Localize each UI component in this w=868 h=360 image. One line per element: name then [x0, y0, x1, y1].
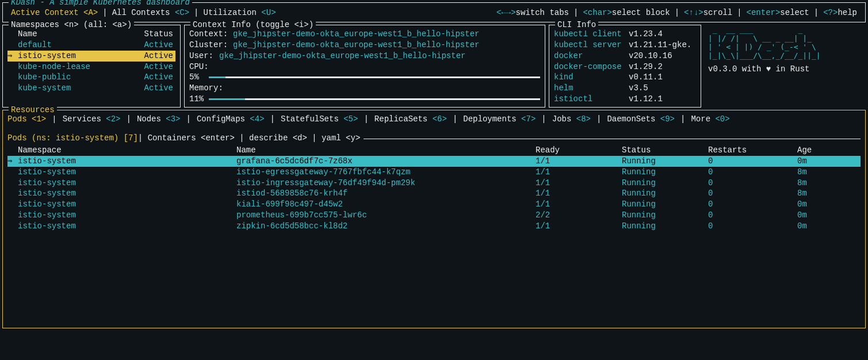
pod-age: 0m [797, 199, 832, 210]
namespace-row[interactable]: kube-systemActive [7, 83, 175, 94]
context-info-title: Context Info (toggle <i>) [190, 20, 316, 30]
resource-tab[interactable]: Deployments <7> [463, 114, 536, 125]
namespace-row[interactable]: kube-node-leaseActive [7, 62, 175, 72]
resource-tab[interactable]: ReplicaSets <6> [374, 114, 447, 125]
cli-version: v3.5 [629, 83, 648, 94]
resource-tab[interactable]: More <0> [691, 114, 729, 125]
help-text: help [838, 7, 857, 18]
namespace-row[interactable]: kube-publicActive [7, 72, 175, 83]
version-line: v0.3.0 with ♥ in Rust [708, 64, 862, 75]
pod-row[interactable]: istio-systemzipkin-6cd5d58bcc-kl8d21/1Ru… [7, 221, 861, 232]
ctx-user-value: gke_jhipster-demo-okta_europe-west1_b_he… [219, 51, 465, 62]
logo-ascii: _ __ ___ _ | |/ /| \ __ _ __| |_ | ' < |… [708, 26, 862, 60]
ctx-cpu-pct: 5% [189, 72, 207, 83]
col-namespace: Namespace [18, 145, 236, 156]
cli-name: helm [554, 83, 629, 94]
help-separator: | [675, 7, 679, 18]
pod-restarts: 0 [708, 178, 797, 189]
resource-tab[interactable]: StatefulSets <5> [281, 114, 358, 125]
pod-namespace: istio-system [18, 210, 236, 221]
resource-tab[interactable]: ConfigMaps <4> [197, 114, 265, 125]
tab-separator: | [102, 7, 107, 18]
ns-col-status: Status [144, 29, 173, 40]
namespaces-panel: Namespaces <n> (all: <a>) Name Status de… [2, 25, 181, 108]
cli-version: v1.29.2 [629, 62, 663, 72]
col-age: Age [797, 145, 832, 156]
resources-panel: Resources Pods <1>|Services <2>|Nodes <3… [2, 110, 866, 328]
namespace-row[interactable]: ⇒istio-systemActive [7, 51, 175, 62]
pod-ready: 1/1 [536, 188, 622, 199]
resource-tab[interactable]: DaemonSets <9> [607, 114, 675, 125]
help-separator: | [573, 7, 578, 18]
pod-row[interactable]: ⇒istio-systemgrafana-6c5dc6df7c-7z68x1/1… [7, 156, 861, 167]
pod-row[interactable]: istio-systemistiod-5689858c76-krh4f1/1Ru… [7, 188, 861, 199]
tab-separator: | [194, 7, 198, 18]
pod-row[interactable]: istio-systemistio-ingressgateway-76df49f… [7, 178, 861, 189]
namespace-name: kube-node-lease [18, 62, 90, 72]
help-text: select block [612, 7, 670, 18]
help-key: <↑↓> [684, 7, 703, 18]
pods-header-rule [364, 139, 861, 139]
help-hints: <←→> switch tabs|<char> select block|<↑↓… [496, 7, 857, 18]
top-tab[interactable]: Active Context <A> [11, 7, 98, 18]
resource-tab[interactable]: Jobs <8> [552, 114, 591, 125]
pod-age: 8m [797, 167, 832, 178]
pod-row[interactable]: istio-systemkiali-699f98c497-d45w21/1Run… [7, 199, 861, 210]
resource-tab[interactable]: Nodes <3> [137, 114, 181, 125]
cli-row: kindv0.11.1 [554, 72, 696, 83]
namespace-status: Active [144, 40, 173, 51]
help-text: scroll [703, 7, 732, 18]
pod-namespace: istio-system [18, 178, 236, 189]
pod-namespace: istio-system [18, 221, 236, 232]
cli-name: docker [554, 51, 629, 62]
resource-tab-separator: | [680, 114, 685, 125]
ctx-cpu-label: CPU: [189, 62, 540, 72]
pod-status: Running [622, 188, 708, 199]
help-text: switch tabs [516, 7, 569, 18]
cli-info-panel: CLI Info kubectl clientv1.23.4kubectl se… [549, 25, 701, 108]
cpu-bar [209, 76, 540, 78]
col-ready: Ready [536, 145, 622, 156]
cli-name: docker-compose [554, 62, 629, 72]
resource-tabs: Pods <1>|Services <2>|Nodes <3>|ConfigMa… [7, 114, 861, 125]
pod-name: istiod-5689858c76-krh4f [236, 188, 536, 199]
top-tab[interactable]: All Contexts <C> [112, 7, 189, 18]
namespace-row[interactable]: defaultActive [7, 40, 175, 51]
cli-row: docker-composev1.29.2 [554, 62, 696, 72]
cli-version: v1.23.4 [629, 29, 663, 40]
pod-restarts: 0 [708, 167, 797, 178]
pod-namespace: istio-system [18, 188, 236, 199]
resource-tab[interactable]: Services <2> [63, 114, 121, 125]
ctx-cluster-value: gke_jhipster-demo-okta_europe-west1_b_he… [233, 40, 479, 51]
pod-restarts: 0 [708, 199, 797, 210]
namespace-name: default [18, 40, 52, 51]
pod-ready: 1/1 [536, 221, 622, 232]
pod-restarts: 0 [708, 156, 797, 167]
pod-name: prometheus-699b7cc575-lwr6c [236, 210, 536, 221]
pod-row[interactable]: istio-systemistio-egressgateway-7767fbfc… [7, 167, 861, 178]
top-tab[interactable]: Utilization <U> [204, 7, 276, 18]
namespace-name: istio-system [18, 51, 76, 62]
cli-version: v1.12.1 [629, 94, 663, 105]
arrow-icon: ⇒ [7, 51, 12, 62]
resources-title: Resources [9, 105, 57, 116]
pod-name: istio-egressgateway-7767fbfc44-k7qzm [236, 167, 536, 178]
col-restarts: Restarts [708, 145, 797, 156]
pod-status: Running [622, 167, 708, 178]
resource-tab-separator: | [186, 114, 191, 125]
pod-ready: 1/1 [536, 156, 622, 167]
pod-row[interactable]: istio-systemprometheus-699b7cc575-lwr6c2… [7, 210, 861, 221]
pod-name: grafana-6c5dc6df7c-7z68x [236, 156, 536, 167]
pod-restarts: 0 [708, 210, 797, 221]
namespace-status: Active [144, 72, 173, 83]
pod-status: Running [622, 156, 708, 167]
help-key: <enter> [747, 7, 781, 18]
pod-age: 8m [797, 188, 832, 199]
top-tabs: Active Context <A>|All Contexts <C>|Util… [11, 7, 276, 18]
cli-version: v20.10.16 [629, 51, 672, 62]
pod-ready: 2/2 [536, 210, 622, 221]
pod-name: kiali-699f98c497-d45w2 [236, 199, 536, 210]
namespace-status: Active [144, 51, 173, 62]
pod-ready: 1/1 [536, 178, 622, 189]
cli-row: helmv3.5 [554, 83, 696, 94]
